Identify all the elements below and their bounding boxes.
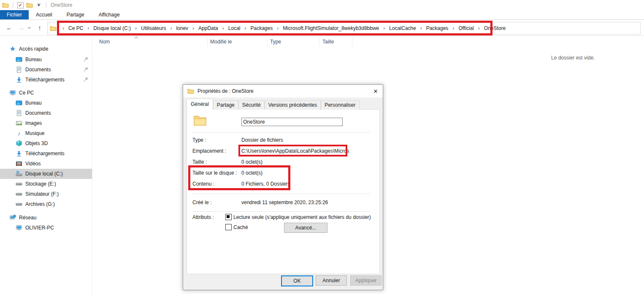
back-icon[interactable]: ← [4, 20, 14, 35]
sidebar-section-reseau[interactable]: Réseau [0, 213, 92, 223]
sidebar-item-stockage-e[interactable]: Stockage (E:) [0, 179, 92, 189]
tab-partage[interactable]: Partage [60, 10, 92, 19]
divider [192, 132, 371, 132]
breadcrumb-chevron-icon[interactable] [273, 25, 282, 31]
ok-button[interactable]: OK [281, 275, 313, 286]
column-header-type[interactable]: Type [270, 36, 281, 47]
computer-icon [16, 224, 22, 231]
sidebar-item-telechargements-qa[interactable]: Téléchargements [0, 75, 92, 85]
tab-partage[interactable]: Partage [213, 100, 238, 110]
sidebar-item-archives-g[interactable]: Archives (G:) [0, 199, 92, 209]
breadcrumb-item[interactable]: lonev [175, 25, 189, 31]
column-divider[interactable] [267, 37, 268, 46]
cancel-button[interactable]: Annuler [316, 275, 347, 286]
tab-affichage[interactable]: Affichage [92, 10, 127, 19]
apply-button[interactable]: Appliquer [350, 275, 382, 286]
breadcrumb-item[interactable]: Disque local (C:) [92, 25, 132, 31]
breadcrumb: Ce PC Disque local (C:) Utilisateurs lon… [68, 25, 506, 31]
sidebar-item-disque-local-c[interactable]: Disque local (C:) [0, 169, 92, 179]
dialog-title-bar: Propriétés de : OneStore ✕ [183, 85, 383, 97]
breadcrumb-chevron-icon[interactable] [59, 25, 68, 31]
folder-icon[interactable] [26, 1, 33, 9]
desktop-icon [16, 56, 22, 63]
sidebar-item-objets-3d[interactable]: Objets 3D [0, 138, 92, 148]
breadcrumb-chevron-icon[interactable] [380, 25, 388, 31]
checkmark-icon[interactable]: ✓ [16, 1, 24, 9]
window-title: OneStore [51, 2, 72, 8]
drive-windows-icon [16, 170, 22, 177]
address-bar[interactable]: Ce PC Disque local (C:) Utilisateurs lon… [47, 22, 641, 35]
breadcrumb-item[interactable]: LocalCache [388, 25, 417, 31]
column-divider[interactable] [352, 37, 352, 46]
videos-icon [16, 160, 22, 167]
folder-name-input[interactable] [241, 118, 343, 126]
column-header-nom[interactable]: Nom [99, 36, 110, 47]
navigation-pane: Accès rapide Bureau Documents Télécha [0, 36, 92, 294]
breadcrumb-item[interactable]: Ce PC [68, 25, 84, 31]
sidebar-item-images[interactable]: Images [0, 118, 92, 128]
divider [192, 211, 371, 212]
breadcrumb-chevron-icon[interactable] [189, 25, 198, 31]
readonly-checkbox[interactable] [225, 214, 232, 220]
dialog-tab-page [187, 109, 380, 274]
dialog-title: Propriétés de : OneStore [198, 88, 254, 94]
ribbon-tab-bar: Fichier Accueil Partage Affichage [0, 10, 644, 20]
navigation-bar: ← → ↑ Ce PC Disque local (C:) Utilisateu… [0, 20, 644, 36]
network-icon [9, 214, 16, 221]
breadcrumb-item[interactable]: Utilisateurs [140, 25, 167, 31]
empty-folder-message: Le dossier est vide. [551, 55, 595, 61]
pin-icon [83, 77, 89, 82]
breadcrumb-chevron-icon[interactable] [219, 25, 227, 31]
breadcrumb-chevron-icon[interactable] [84, 25, 92, 31]
column-divider[interactable] [207, 37, 208, 46]
tab-personnaliser[interactable]: Personnaliser [321, 100, 359, 110]
breadcrumb-chevron-icon[interactable] [132, 25, 140, 31]
downloads-icon [16, 150, 22, 157]
breadcrumb-item[interactable]: Packages [249, 25, 273, 31]
tab-accueil[interactable]: Accueil [29, 10, 60, 19]
breadcrumb-chevron-icon[interactable] [449, 25, 457, 31]
toolbar-divider [46, 2, 46, 8]
breadcrumb-item[interactable]: Official [457, 25, 474, 31]
tab-fichier[interactable]: Fichier [0, 10, 29, 19]
breadcrumb-item[interactable]: Microsoft.FlightSimulator_8wekyb3d8bbwe [282, 25, 380, 31]
sidebar-item-bureau-qa[interactable]: Bureau [0, 54, 92, 65]
breadcrumb-chevron-icon[interactable] [241, 25, 249, 31]
toolbar-dropdown-icon[interactable] [35, 1, 43, 9]
breadcrumb-chevron-icon[interactable] [417, 25, 425, 31]
up-icon[interactable]: ↑ [35, 20, 45, 35]
sidebar-item-videos[interactable]: Vidéos [0, 159, 92, 169]
tab-securite[interactable]: Sécurité [238, 100, 265, 110]
column-header-modifie[interactable]: Modifié le [210, 36, 232, 47]
sidebar-item-musique[interactable]: ♪ Musique [0, 128, 92, 138]
forward-icon[interactable]: → [16, 20, 26, 35]
drive-icon [16, 191, 22, 197]
hidden-checkbox[interactable] [225, 224, 232, 230]
sidebar-section-ce-pc[interactable]: Ce PC [0, 88, 92, 98]
objects3d-icon [16, 140, 22, 147]
breadcrumb-item[interactable]: Local [227, 25, 241, 31]
sidebar-item-olivier-pc[interactable]: OLIVIER-PC [0, 223, 92, 233]
sidebar-item-documents-qa[interactable]: Documents [0, 65, 92, 75]
recent-dropdown-icon[interactable] [26, 20, 32, 35]
emplacement-label: Emplacement : [192, 148, 226, 154]
cree-le-label: Créé le : [192, 200, 211, 205]
sidebar-item-bureau[interactable]: Bureau [0, 98, 92, 108]
breadcrumb-chevron-icon[interactable] [167, 25, 175, 31]
tab-general[interactable]: Général [187, 99, 213, 110]
breadcrumb-item[interactable]: OneStore [483, 25, 506, 31]
tab-versions-precedentes[interactable]: Versions précédentes [265, 100, 321, 110]
close-icon[interactable]: ✕ [368, 85, 383, 97]
downloads-icon [16, 76, 22, 83]
sidebar-item-simulateur-f[interactable]: Simulateur (F:) [0, 189, 92, 199]
advanced-button[interactable]: Avancé... [284, 223, 327, 233]
sidebar-item-telechargements[interactable]: Téléchargements [0, 148, 92, 159]
breadcrumb-item[interactable]: Packages [425, 25, 449, 31]
breadcrumb-item[interactable]: AppData [198, 25, 219, 31]
column-header-taille[interactable]: Taille [322, 36, 334, 47]
breadcrumb-chevron-icon[interactable] [475, 25, 483, 31]
sidebar-item-documents[interactable]: Documents [0, 108, 92, 118]
pin-icon [83, 57, 89, 62]
column-divider[interactable] [319, 37, 319, 46]
sidebar-section-acces-rapide[interactable]: Accès rapide [0, 44, 92, 54]
